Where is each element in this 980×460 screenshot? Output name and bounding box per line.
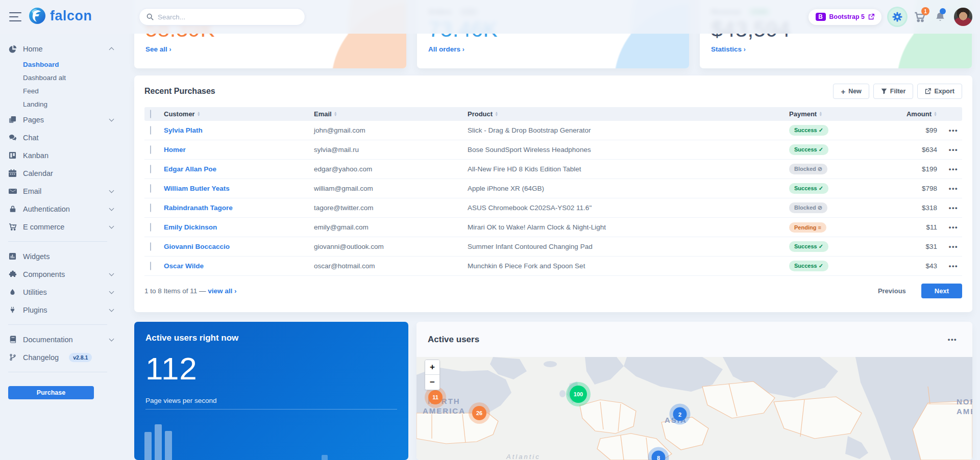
see-all-link[interactable]: See all ›	[145, 45, 172, 53]
sidebar-divider	[8, 372, 107, 372]
chart-pie-icon	[8, 44, 17, 53]
payment-status-badge: Pending ≡	[789, 222, 826, 233]
column-header-amount[interactable]: Amount▲▼	[881, 110, 937, 118]
row-checkbox[interactable]	[150, 203, 151, 212]
filter-button[interactable]: Filter	[873, 84, 914, 99]
email-cell: john@gmail.com	[314, 126, 468, 134]
sidebar-item-pages[interactable]: Pages	[8, 111, 107, 129]
export-button[interactable]: Export	[917, 84, 962, 99]
zoom-in-button[interactable]: +	[425, 360, 439, 375]
sidebar-item-utilities[interactable]: Utilities	[8, 283, 107, 301]
cart-button[interactable]: 1	[913, 8, 926, 25]
row-menu-button[interactable]: •••	[937, 262, 962, 270]
external-link-icon	[925, 88, 931, 94]
purchase-button[interactable]: Purchase	[8, 386, 94, 399]
sidebar-item-widgets[interactable]: Widgets	[8, 247, 107, 265]
row-menu-button[interactable]: •••	[937, 165, 962, 173]
customer-link[interactable]: Homer	[164, 146, 314, 154]
bootstrap5-badge[interactable]: B Bootstrap 5	[808, 9, 881, 25]
previous-button[interactable]: Previous	[870, 284, 914, 298]
sidebar-item-label: Changelog	[23, 353, 59, 362]
sidebar-item-email[interactable]: Email	[8, 182, 107, 200]
payment-status-badge: Blocked ⊘	[789, 202, 827, 213]
sort-icon: ▲▼	[934, 112, 937, 116]
hamburger-menu-icon[interactable]	[9, 12, 21, 21]
next-button[interactable]: Next	[921, 284, 962, 298]
all-orders-link[interactable]: All orders ›	[428, 45, 464, 53]
sidebar-item-documentation[interactable]: Documentation	[8, 330, 107, 348]
drop-icon	[8, 288, 17, 296]
sidebar-item-changelog[interactable]: Changelogv2.8.1	[8, 348, 107, 366]
world-map[interactable]: + −	[416, 357, 972, 460]
column-header-customer[interactable]: Customer▲▼	[164, 110, 314, 118]
settings-button[interactable]	[889, 8, 906, 25]
bar	[322, 455, 328, 460]
card-menu-button[interactable]: •••	[948, 336, 961, 343]
falcon-logo[interactable]: falcon	[29, 7, 92, 24]
sidebar-item-home[interactable]: Home	[8, 40, 107, 58]
sidebar-item-chat[interactable]: Chat	[8, 129, 107, 146]
chevron-right-icon: ›	[744, 46, 746, 53]
map-marker[interactable]: 2	[673, 407, 687, 421]
sidebar-item-label: E commerce	[23, 223, 64, 231]
recent-purchases-card: Recent Purchases +New Filter Export Cust…	[134, 75, 972, 312]
row-menu-button[interactable]: •••	[937, 126, 962, 134]
row-checkbox[interactable]	[150, 262, 151, 270]
customer-link[interactable]: Emily Dickinson	[164, 223, 314, 231]
amount-cell: $43	[881, 262, 937, 270]
falcon-logo-icon	[29, 7, 46, 24]
amount-cell: $199	[881, 165, 937, 173]
row-menu-button[interactable]: •••	[937, 243, 962, 250]
column-header-email[interactable]: Email▲▼	[314, 110, 468, 118]
customer-link[interactable]: Oscar Wilde	[164, 262, 314, 270]
product-cell: Summer Infant Contoured Changing Pad	[468, 243, 789, 250]
column-header-product[interactable]: Product▲▼	[468, 110, 789, 118]
sidebar-subitem-feed[interactable]: Feed	[23, 84, 107, 97]
sidebar-item-label: Email	[23, 187, 41, 195]
customer-link[interactable]: Sylvia Plath	[164, 126, 314, 134]
user-avatar[interactable]	[954, 8, 972, 26]
sidebar-subitem-dashboard-alt[interactable]: Dashboard alt	[23, 71, 107, 84]
search-box[interactable]	[139, 8, 305, 25]
row-checkbox[interactable]	[150, 165, 151, 173]
new-button[interactable]: +New	[833, 84, 869, 99]
sidebar-subitem-dashboard[interactable]: Dashboard	[23, 58, 107, 71]
chevron-down-icon	[109, 336, 114, 341]
sidebar-item-components[interactable]: Components	[8, 265, 107, 283]
map-marker[interactable]: 100	[570, 386, 587, 403]
row-checkbox[interactable]	[150, 223, 151, 232]
customer-link[interactable]: Edgar Allan Poe	[164, 165, 314, 173]
sidebar-item-calendar[interactable]: Calendar	[8, 164, 107, 182]
sidebar-item-authentication[interactable]: Authentication	[8, 200, 107, 218]
amount-cell: $11	[881, 223, 937, 231]
notifications-button[interactable]	[934, 8, 947, 25]
row-checkbox[interactable]	[150, 126, 151, 135]
row-menu-button[interactable]: •••	[937, 223, 962, 231]
sidebar-item-kanban[interactable]: Kanban	[8, 146, 107, 164]
row-menu-button[interactable]: •••	[937, 204, 962, 212]
zoom-out-button[interactable]: −	[425, 375, 439, 390]
column-header-payment[interactable]: Payment▲▼	[789, 110, 881, 118]
row-checkbox[interactable]	[150, 184, 151, 193]
row-checkbox[interactable]	[150, 145, 151, 154]
sidebar-item-label: Authentication	[23, 205, 70, 213]
map-marker[interactable]: 26	[472, 406, 486, 420]
map-marker[interactable]: 11	[428, 390, 443, 404]
payment-status-badge: Success ✓	[789, 125, 828, 136]
sidebar-item-label: Kanban	[23, 151, 48, 160]
view-all-link[interactable]: view all ›	[208, 287, 236, 295]
bar	[155, 424, 162, 460]
select-all-checkbox[interactable]	[150, 110, 151, 118]
email-cell: sylvia@mail.ru	[314, 146, 468, 154]
customer-link[interactable]: Giovanni Boccaccio	[164, 243, 314, 250]
customer-link[interactable]: William Butler Yeats	[164, 185, 314, 192]
sidebar-subitem-landing[interactable]: Landing	[23, 97, 107, 111]
sidebar-item-e-commerce[interactable]: E commerce	[8, 218, 107, 236]
row-menu-button[interactable]: •••	[937, 146, 962, 154]
row-menu-button[interactable]: •••	[937, 185, 962, 192]
search-input[interactable]	[158, 13, 298, 21]
row-checkbox[interactable]	[150, 242, 151, 251]
customer-link[interactable]: Rabindranath Tagore	[164, 204, 314, 212]
statistics-link[interactable]: Statistics ›	[711, 45, 746, 53]
sidebar-item-plugins[interactable]: Plugins	[8, 301, 107, 319]
